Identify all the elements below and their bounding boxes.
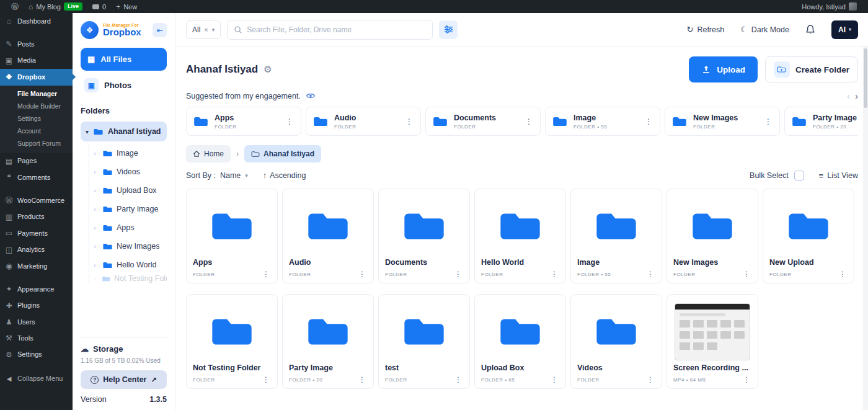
howdy-account-link[interactable]: Howdy, Istiyad — [797, 0, 862, 13]
wp-submenu-item-settings[interactable]: Settings — [0, 112, 73, 125]
wp-menu-item-appearance[interactable]: ✦ Appearance — [0, 281, 73, 297]
sort-by-dropdown[interactable]: Sort By : Name ▾ — [186, 171, 248, 180]
wp-menu-item-analytics[interactable]: ◫ Analytics — [0, 242, 73, 258]
folder-card[interactable]: Upload Box FOLDER • 65 ⋮ — [474, 294, 566, 389]
suggested-folder-card[interactable]: Party Image FOLDER • 20 ⋮ — [784, 107, 858, 136]
kebab-menu-icon[interactable]: ⋮ — [357, 375, 367, 384]
wp-submenu-item-support-forum[interactable]: Support Forum — [0, 137, 73, 149]
help-center-button[interactable]: ? Help Center ↗ — [81, 370, 167, 389]
kebab-menu-icon[interactable]: ⋮ — [838, 270, 848, 279]
chevron-right-icon[interactable]: › — [94, 187, 99, 194]
breadcrumb-home[interactable]: Home — [186, 145, 231, 163]
nav-photos[interactable]: ▣ Photos — [81, 74, 167, 97]
dark-mode-toggle[interactable]: ☾ Dark Mode — [740, 25, 789, 34]
kebab-menu-icon[interactable]: ⋮ — [742, 270, 751, 279]
wp-submenu-item-file-manager[interactable]: File Manager — [0, 87, 73, 100]
kebab-menu-icon[interactable]: ⋮ — [549, 375, 559, 384]
wp-menu-item-plugins[interactable]: ✚ Plugins — [0, 298, 73, 314]
kebab-menu-icon[interactable]: ⋮ — [261, 375, 271, 384]
create-folder-button[interactable]: Create Folder — [765, 56, 858, 82]
wp-menu-item-woocommerce[interactable]: Ⓦ WooCommerce — [0, 192, 73, 208]
search-input[interactable] — [247, 25, 426, 34]
suggested-folder-card[interactable]: Apps FOLDER ⋮ — [186, 107, 301, 136]
kebab-menu-icon[interactable]: ⋮ — [357, 270, 367, 279]
kebab-menu-icon[interactable]: ⋮ — [453, 375, 463, 384]
comments-link[interactable]: 0 — [87, 0, 111, 13]
tree-folder-item[interactable]: › Image — [94, 144, 167, 163]
bulk-select-control[interactable]: Bulk Select — [750, 171, 804, 180]
wp-menu-item-media[interactable]: ▣ Media — [0, 53, 73, 69]
scrollbar-track[interactable] — [863, 47, 868, 410]
refresh-button[interactable]: ↻ Refresh — [687, 25, 725, 34]
remove-tag-icon[interactable]: × — [204, 26, 208, 33]
nav-all-files[interactable]: ▦ All Files — [81, 48, 167, 71]
folder-card[interactable]: Audio FOLDER ⋮ — [282, 189, 374, 283]
wp-menu-item-dropbox[interactable]: ❖ Dropbox — [0, 69, 73, 85]
kebab-menu-icon[interactable]: ⋮ — [644, 117, 653, 126]
chevron-right-icon[interactable]: › — [94, 261, 99, 269]
eye-icon[interactable] — [306, 92, 316, 99]
tree-folder-item[interactable]: › Upload Box — [94, 181, 167, 200]
folder-card[interactable]: Hello World FOLDER ⋮ — [474, 189, 566, 283]
wp-menu-item-marketing[interactable]: ◉ Marketing — [0, 258, 73, 274]
tree-folder-item[interactable]: › Hello World — [94, 256, 167, 274]
folder-card[interactable]: New Images FOLDER ⋮ — [666, 189, 758, 283]
kebab-menu-icon[interactable]: ⋮ — [763, 117, 773, 126]
bulk-select-checkbox[interactable] — [794, 171, 804, 180]
kebab-menu-icon[interactable]: ⋮ — [404, 117, 414, 126]
kebab-menu-icon[interactable]: ⋮ — [645, 270, 655, 279]
folder-card[interactable]: Apps FOLDER ⋮ — [186, 189, 278, 283]
folder-card[interactable]: test FOLDER ⋮ — [378, 294, 470, 389]
wp-menu-item-pages[interactable]: ▤ Pages — [0, 153, 73, 169]
scroll-right-chevron[interactable]: › — [855, 91, 858, 100]
wp-logo[interactable]: Ⓦ — [6, 0, 24, 13]
chevron-right-icon[interactable]: › — [94, 168, 99, 176]
wp-menu-item-comments[interactable]: ❝ Comments — [0, 169, 73, 185]
wp-menu-item-posts[interactable]: ✎ Posts — [0, 36, 73, 52]
tree-folder-item[interactable]: › Apps — [94, 218, 167, 237]
folder-card[interactable]: Documents FOLDER ⋮ — [378, 189, 470, 283]
advanced-filter-button[interactable] — [439, 20, 458, 39]
suggested-folder-card[interactable]: New Images FOLDER ⋮ — [665, 107, 780, 136]
folder-card[interactable]: New Upload FOLDER ⋮ — [763, 189, 854, 283]
wp-submenu-item-account[interactable]: Account — [0, 125, 73, 137]
tree-folder-item[interactable]: › Videos — [94, 163, 167, 181]
tree-folder-item[interactable]: › Not Testing Folder — [94, 274, 167, 283]
kebab-menu-icon[interactable]: ⋮ — [645, 375, 655, 384]
suggested-folder-card[interactable]: Image FOLDER • 55 ⋮ — [545, 107, 660, 136]
wp-menu-item-users[interactable]: ♟ Users — [0, 314, 73, 330]
chevron-right-icon[interactable]: › — [94, 275, 98, 282]
wp-submenu-item-module-builder[interactable]: Module Builder — [0, 100, 73, 112]
file-card[interactable]: Screen Recording ... MP4 • 64 MB ⋮ — [666, 294, 758, 389]
kebab-menu-icon[interactable]: ⋮ — [549, 270, 559, 279]
kebab-menu-icon[interactable]: ⋮ — [742, 375, 751, 384]
folder-card[interactable]: Videos FOLDER ⋮ — [570, 294, 662, 389]
suggested-folder-card[interactable]: Audio FOLDER ⋮ — [306, 107, 421, 136]
scroll-left-chevron[interactable]: ‹ — [847, 91, 850, 100]
wp-menu-item-payments[interactable]: ▭ Payments — [0, 225, 73, 241]
breadcrumb-current[interactable]: Ahanaf Istiyad — [244, 145, 321, 163]
chevron-right-icon[interactable]: › — [94, 224, 99, 231]
list-view-toggle[interactable]: ≡ List View — [819, 171, 858, 180]
folder-card[interactable]: Image FOLDER • 55 ⋮ — [570, 189, 662, 283]
chevron-down-icon[interactable]: ▾ — [86, 128, 89, 135]
wp-menu-item-dashboard[interactable]: ⌂ Dashboard — [0, 13, 73, 29]
sort-direction-toggle[interactable]: ↑ Ascending — [263, 171, 306, 180]
kebab-menu-icon[interactable]: ⋮ — [285, 117, 294, 126]
new-content-link[interactable]: + New — [111, 0, 142, 13]
notifications-button[interactable] — [805, 24, 815, 35]
kebab-menu-icon[interactable]: ⋮ — [453, 270, 463, 279]
ai-menu-button[interactable]: AI ▾ — [831, 20, 858, 39]
chevron-right-icon[interactable]: › — [94, 149, 99, 157]
chevron-right-icon[interactable]: › — [94, 205, 99, 213]
kebab-menu-icon[interactable]: ⋮ — [261, 270, 271, 279]
collapse-menu-button[interactable]: ◀ Collapse Menu — [0, 370, 73, 386]
upload-button[interactable]: Upload — [689, 56, 758, 82]
wp-menu-item-tools[interactable]: ⚒ Tools — [0, 330, 73, 346]
site-name-link[interactable]: ⌂ My Blog Live — [24, 0, 87, 13]
kebab-menu-icon[interactable]: ⋮ — [524, 117, 534, 126]
folder-card[interactable]: Party Image FOLDER • 20 ⋮ — [282, 294, 374, 389]
scrollbar-thumb[interactable] — [864, 48, 867, 108]
suggested-folder-card[interactable]: Documents FOLDER ⋮ — [425, 107, 541, 136]
folder-settings-gear-icon[interactable]: ⚙ — [264, 64, 272, 75]
